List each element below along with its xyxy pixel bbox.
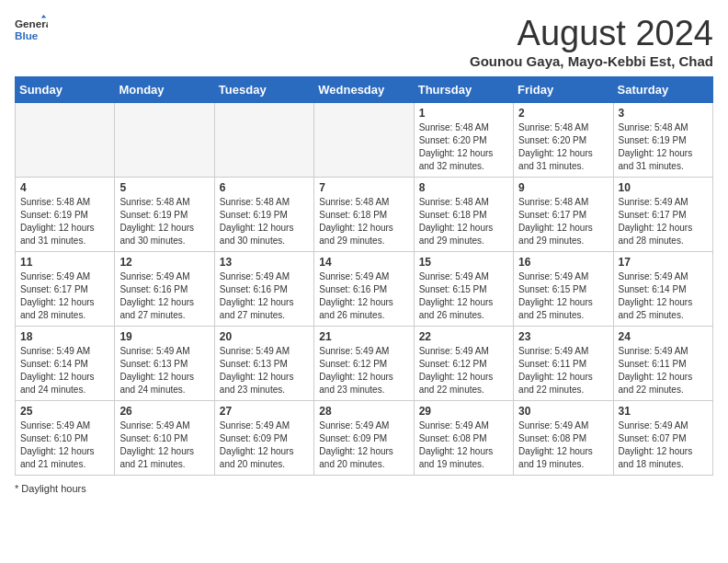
day-cell: 27Sunrise: 5:49 AM Sunset: 6:09 PM Dayli… <box>214 400 313 475</box>
day-cell <box>214 102 313 177</box>
day-number: 12 <box>119 256 209 269</box>
day-cell: 20Sunrise: 5:49 AM Sunset: 6:13 PM Dayli… <box>214 326 313 400</box>
day-cell: 13Sunrise: 5:49 AM Sunset: 6:16 PM Dayli… <box>214 251 313 326</box>
day-number: 22 <box>419 330 508 343</box>
day-cell: 22Sunrise: 5:49 AM Sunset: 6:12 PM Dayli… <box>414 326 513 400</box>
day-cell: 4Sunrise: 5:48 AM Sunset: 6:19 PM Daylig… <box>16 177 115 251</box>
day-cell: 29Sunrise: 5:49 AM Sunset: 6:08 PM Dayli… <box>414 400 513 475</box>
day-info: Sunrise: 5:49 AM Sunset: 6:17 PM Dayligh… <box>20 270 109 322</box>
week-row-4: 18Sunrise: 5:49 AM Sunset: 6:14 PM Dayli… <box>16 326 713 400</box>
day-info: Sunrise: 5:49 AM Sunset: 6:11 PM Dayligh… <box>518 345 608 396</box>
day-number: 10 <box>619 181 708 194</box>
day-info: Sunrise: 5:49 AM Sunset: 6:07 PM Dayligh… <box>619 419 708 471</box>
day-info: Sunrise: 5:49 AM Sunset: 6:09 PM Dayligh… <box>220 419 309 471</box>
day-number: 21 <box>319 330 408 343</box>
svg-text:Blue: Blue <box>15 29 39 41</box>
day-number: 17 <box>619 256 708 269</box>
day-cell: 19Sunrise: 5:49 AM Sunset: 6:13 PM Dayli… <box>115 326 214 400</box>
day-number: 4 <box>20 181 109 194</box>
day-cell: 9Sunrise: 5:48 AM Sunset: 6:17 PM Daylig… <box>514 177 613 251</box>
day-cell <box>16 102 115 177</box>
day-cell: 18Sunrise: 5:49 AM Sunset: 6:14 PM Dayli… <box>16 326 115 400</box>
day-number: 26 <box>119 405 209 418</box>
column-header-wednesday: Wednesday <box>314 76 414 102</box>
day-info: Sunrise: 5:49 AM Sunset: 6:16 PM Dayligh… <box>119 270 209 322</box>
header-row: SundayMondayTuesdayWednesdayThursdayFrid… <box>16 76 713 102</box>
week-row-3: 11Sunrise: 5:49 AM Sunset: 6:17 PM Dayli… <box>16 251 713 326</box>
day-info: Sunrise: 5:49 AM Sunset: 6:12 PM Dayligh… <box>319 345 408 396</box>
day-number: 31 <box>619 405 708 418</box>
day-info: Sunrise: 5:49 AM Sunset: 6:08 PM Dayligh… <box>419 419 508 471</box>
title-block: August 2024 Gounou Gaya, Mayo-Kebbi Est,… <box>470 15 713 69</box>
day-number: 24 <box>619 330 708 343</box>
day-info: Sunrise: 5:49 AM Sunset: 6:15 PM Dayligh… <box>419 270 508 322</box>
calendar-title: August 2024 <box>470 15 713 53</box>
day-number: 15 <box>419 256 508 269</box>
day-info: Sunrise: 5:49 AM Sunset: 6:14 PM Dayligh… <box>20 345 109 396</box>
day-number: 6 <box>220 181 309 194</box>
day-info: Sunrise: 5:48 AM Sunset: 6:19 PM Dayligh… <box>220 196 309 247</box>
day-info: Sunrise: 5:49 AM Sunset: 6:10 PM Dayligh… <box>119 419 209 471</box>
week-row-1: 1Sunrise: 5:48 AM Sunset: 6:20 PM Daylig… <box>16 102 713 177</box>
day-number: 2 <box>518 107 608 120</box>
logo: General Blue <box>15 15 48 48</box>
day-cell: 7Sunrise: 5:48 AM Sunset: 6:18 PM Daylig… <box>314 177 414 251</box>
day-number: 1 <box>419 107 508 120</box>
day-cell: 8Sunrise: 5:48 AM Sunset: 6:18 PM Daylig… <box>414 177 513 251</box>
column-header-saturday: Saturday <box>613 76 712 102</box>
week-row-5: 25Sunrise: 5:49 AM Sunset: 6:10 PM Dayli… <box>16 400 713 475</box>
column-header-thursday: Thursday <box>414 76 513 102</box>
day-number: 11 <box>20 256 109 269</box>
day-number: 29 <box>419 405 508 418</box>
day-info: Sunrise: 5:48 AM Sunset: 6:20 PM Dayligh… <box>518 121 608 173</box>
day-number: 8 <box>419 181 508 194</box>
day-info: Sunrise: 5:48 AM Sunset: 6:18 PM Dayligh… <box>419 196 508 247</box>
svg-marker-2 <box>41 15 46 18</box>
day-cell: 3Sunrise: 5:48 AM Sunset: 6:19 PM Daylig… <box>613 102 712 177</box>
column-header-monday: Monday <box>115 76 214 102</box>
day-number: 30 <box>518 405 608 418</box>
header: General Blue August 2024 Gounou Gaya, Ma… <box>15 15 713 69</box>
calendar-subtitle: Gounou Gaya, Mayo-Kebbi Est, Chad <box>470 53 713 69</box>
week-row-2: 4Sunrise: 5:48 AM Sunset: 6:19 PM Daylig… <box>16 177 713 251</box>
day-cell: 15Sunrise: 5:49 AM Sunset: 6:15 PM Dayli… <box>414 251 513 326</box>
day-cell: 31Sunrise: 5:49 AM Sunset: 6:07 PM Dayli… <box>613 400 712 475</box>
day-info: Sunrise: 5:48 AM Sunset: 6:19 PM Dayligh… <box>20 196 109 247</box>
day-info: Sunrise: 5:49 AM Sunset: 6:13 PM Dayligh… <box>119 345 209 396</box>
day-cell: 10Sunrise: 5:49 AM Sunset: 6:17 PM Dayli… <box>613 177 712 251</box>
day-info: Sunrise: 5:48 AM Sunset: 6:19 PM Dayligh… <box>619 121 708 173</box>
day-info: Sunrise: 5:48 AM Sunset: 6:17 PM Dayligh… <box>518 196 608 247</box>
day-info: Sunrise: 5:49 AM Sunset: 6:17 PM Dayligh… <box>619 196 708 247</box>
day-cell: 16Sunrise: 5:49 AM Sunset: 6:15 PM Dayli… <box>514 251 613 326</box>
day-cell: 26Sunrise: 5:49 AM Sunset: 6:10 PM Dayli… <box>115 400 214 475</box>
day-number: 20 <box>220 330 309 343</box>
day-info: Sunrise: 5:49 AM Sunset: 6:16 PM Dayligh… <box>319 270 408 322</box>
day-number: 19 <box>119 330 209 343</box>
day-cell <box>115 102 214 177</box>
day-info: Sunrise: 5:49 AM Sunset: 6:16 PM Dayligh… <box>220 270 309 322</box>
day-cell: 30Sunrise: 5:49 AM Sunset: 6:08 PM Dayli… <box>514 400 613 475</box>
day-info: Sunrise: 5:49 AM Sunset: 6:15 PM Dayligh… <box>518 270 608 322</box>
day-cell: 11Sunrise: 5:49 AM Sunset: 6:17 PM Dayli… <box>16 251 115 326</box>
logo-icon: General Blue <box>15 15 48 48</box>
day-info: Sunrise: 5:49 AM Sunset: 6:08 PM Dayligh… <box>518 419 608 471</box>
day-number: 14 <box>319 256 408 269</box>
day-number: 16 <box>518 256 608 269</box>
footer-text: Daylight hours <box>21 483 85 494</box>
day-number: 27 <box>220 405 309 418</box>
column-header-tuesday: Tuesday <box>214 76 313 102</box>
day-number: 28 <box>319 405 408 418</box>
day-number: 23 <box>518 330 608 343</box>
day-info: Sunrise: 5:49 AM Sunset: 6:09 PM Dayligh… <box>319 419 408 471</box>
day-cell: 25Sunrise: 5:49 AM Sunset: 6:10 PM Dayli… <box>16 400 115 475</box>
day-info: Sunrise: 5:48 AM Sunset: 6:19 PM Dayligh… <box>119 196 209 247</box>
day-number: 5 <box>119 181 209 194</box>
day-info: Sunrise: 5:49 AM Sunset: 6:13 PM Dayligh… <box>220 345 309 396</box>
day-cell: 1Sunrise: 5:48 AM Sunset: 6:20 PM Daylig… <box>414 102 513 177</box>
day-cell: 14Sunrise: 5:49 AM Sunset: 6:16 PM Dayli… <box>314 251 414 326</box>
day-cell: 21Sunrise: 5:49 AM Sunset: 6:12 PM Dayli… <box>314 326 414 400</box>
column-header-sunday: Sunday <box>16 76 115 102</box>
day-number: 7 <box>319 181 408 194</box>
day-info: Sunrise: 5:49 AM Sunset: 6:12 PM Dayligh… <box>419 345 508 396</box>
calendar-table: SundayMondayTuesdayWednesdayThursdayFrid… <box>15 76 713 476</box>
